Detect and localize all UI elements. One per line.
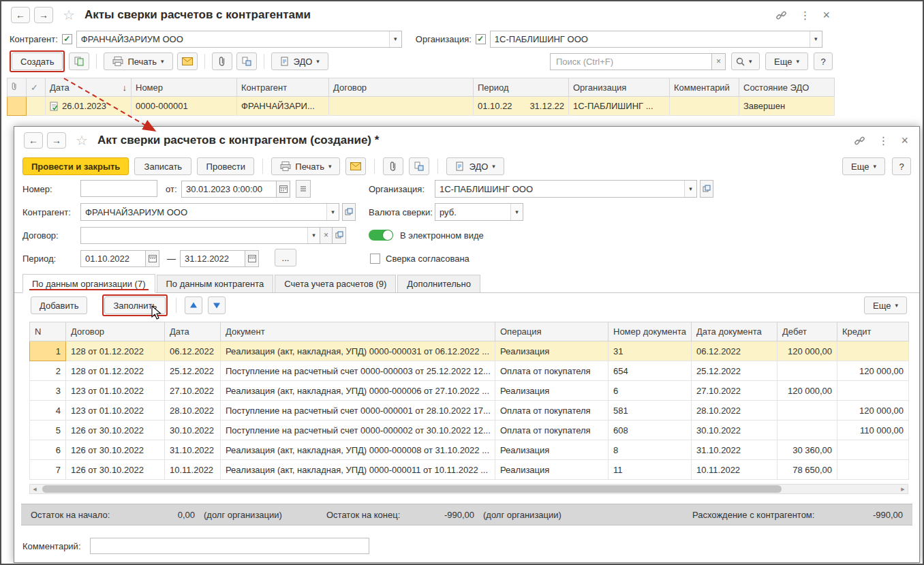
counterparty-filter-checkbox[interactable]: ✓ [62, 34, 72, 44]
grid-cell[interactable] [777, 361, 837, 381]
dropdown-button[interactable]: ▾ [326, 204, 339, 220]
column-header-counterparty[interactable]: Контрагент [237, 78, 329, 97]
open-organization-button[interactable] [700, 180, 713, 198]
grid-row[interactable]: 3 123 от 01.10.2022 27.10.2022 Реализаци… [30, 381, 909, 401]
grid-cell[interactable]: 5 [30, 421, 66, 440]
list-cell[interactable]: 1С-ПАБЛИШИНГ ... [569, 97, 670, 116]
list-cell[interactable] [27, 97, 46, 116]
tab-org-data[interactable]: По данным организации (7) [22, 274, 155, 293]
calendar-button[interactable] [277, 181, 290, 198]
grid-cell[interactable]: Реализация (акт, накладная, УПД) 0000-00… [221, 460, 495, 480]
favorite-star-icon[interactable]: ☆ [63, 8, 75, 22]
column-header-doc-number[interactable]: Номер документа [609, 322, 692, 341]
grid-cell[interactable]: 28.10.2022 [165, 401, 221, 421]
tab-counterparty-data[interactable]: По данным контрагента [157, 275, 274, 292]
attach-button[interactable] [212, 52, 232, 70]
column-header-doc-date[interactable]: Дата документа [692, 322, 777, 341]
grid-cell[interactable]: Оплата от покупателя [495, 401, 609, 421]
fill-button[interactable]: Заполнить [104, 296, 166, 314]
grid-cell[interactable]: 581 [609, 401, 692, 421]
grid-cell[interactable]: 126 от 30.10.2022 [66, 440, 165, 460]
copy-button[interactable] [69, 52, 89, 70]
back-button[interactable]: ← [24, 132, 43, 149]
close-icon[interactable]: × [901, 134, 908, 148]
open-contract-button[interactable] [333, 227, 346, 244]
email-button[interactable] [345, 157, 366, 175]
comment-input[interactable] [90, 538, 369, 554]
column-header-organization[interactable]: Организация [569, 78, 670, 97]
grid-more-button[interactable]: Еще ▾ [864, 296, 907, 314]
move-down-button[interactable] [208, 296, 226, 314]
grid-cell[interactable]: 6 [609, 381, 692, 401]
grid-cell[interactable]: 25.12.2022 [692, 361, 777, 381]
grid-cell[interactable]: Реализация [495, 381, 609, 401]
list-cell[interactable]: ФРАНЧАЙЗАРИ... [237, 97, 329, 116]
edo-button[interactable]: ЭДО ▾ [446, 157, 504, 175]
back-button[interactable]: ← [11, 7, 30, 23]
grid-cell[interactable]: 128 от 01.12.2022 [66, 341, 165, 361]
open-counterparty-button[interactable] [342, 203, 356, 221]
link-icon[interactable] [854, 135, 865, 147]
grid-cell[interactable]: 31.10.2022 [692, 440, 777, 460]
calendar-button[interactable] [245, 250, 259, 267]
organization-combo[interactable]: 1С-ПАБЛИШИНГ ООО ▾ [435, 180, 697, 198]
print-button[interactable]: Печать ▾ [271, 157, 340, 175]
column-header-date[interactable]: Дата [165, 322, 221, 341]
grid-cell[interactable]: Поступление на расчетный счет 0000-00000… [221, 401, 495, 421]
organization-filter-checkbox[interactable]: ✓ [476, 34, 486, 44]
attachment-column-header[interactable] [7, 78, 27, 97]
grid-cell[interactable]: 31.10.2022 [165, 440, 221, 460]
grid-cell[interactable]: Реализация (акт, накладная, УПД) 0000-00… [221, 341, 495, 361]
electronic-toggle[interactable] [369, 230, 393, 241]
horizontal-scrollbar[interactable]: ◀ ▶ [29, 484, 908, 494]
period-picker-button[interactable]: ... [275, 249, 296, 266]
grid-cell[interactable]: 25.12.2022 [165, 361, 221, 381]
contract-combo[interactable]: ▾ [80, 227, 320, 244]
grid-cell[interactable]: 6 [30, 440, 66, 460]
grid-cell[interactable]: 2 [30, 361, 66, 381]
grid-cell[interactable]: 10.11.2022 [692, 460, 777, 480]
grid-row[interactable]: 7 126 от 30.10.2022 10.11.2022 Реализаци… [30, 460, 909, 480]
calendar-button[interactable] [146, 250, 159, 267]
search-input[interactable] [550, 53, 712, 70]
help-button[interactable]: ? [892, 157, 911, 175]
column-header-n[interactable]: N [30, 322, 66, 341]
grid-cell[interactable]: 27.10.2022 [692, 381, 777, 401]
grid-cell[interactable] [777, 401, 837, 421]
period-from-input[interactable]: 01.10.2022 [80, 250, 146, 267]
forward-button[interactable]: → [34, 7, 53, 23]
search-button[interactable]: ▾ [731, 52, 760, 70]
column-header-date[interactable]: Дата↓ [46, 78, 132, 97]
grid-cell[interactable]: 06.12.2022 [692, 341, 777, 361]
print-button[interactable]: Печать ▾ [104, 52, 172, 70]
grid-row[interactable]: 2 128 от 01.12.2022 25.12.2022 Поступлен… [30, 361, 909, 381]
grid-row[interactable]: 6 126 от 30.10.2022 31.10.2022 Реализаци… [30, 440, 909, 460]
forward-button[interactable]: → [47, 132, 66, 149]
grid-cell[interactable]: 27.10.2022 [165, 381, 221, 401]
grid-cell[interactable] [837, 460, 909, 480]
column-header-operation[interactable]: Операция [495, 322, 609, 341]
move-up-button[interactable] [185, 296, 202, 314]
grid-cell[interactable]: Поступление на расчетный счет 0000-00000… [221, 421, 495, 440]
grid-cell[interactable]: 4 [30, 401, 66, 421]
list-cell[interactable] [670, 97, 739, 116]
number-input[interactable] [80, 180, 157, 197]
grid-cell[interactable]: 120 000,00 [837, 401, 909, 421]
grid-cell[interactable]: Оплата от покупателя [495, 421, 609, 440]
grid-cell[interactable]: Поступление на расчетный счет 0000-00000… [221, 361, 495, 381]
save-button[interactable]: Записать [134, 157, 191, 175]
grid-cell[interactable]: 10.11.2022 [165, 460, 221, 480]
attach-button[interactable] [383, 157, 403, 175]
column-header-contract[interactable]: Договор [66, 322, 165, 341]
grid-cell[interactable]: 30 360,00 [777, 440, 837, 460]
date-menu-button[interactable] [296, 180, 311, 198]
dropdown-button[interactable]: ▾ [389, 31, 401, 47]
favorite-star-icon[interactable]: ☆ [76, 134, 88, 147]
grid-cell[interactable]: 654 [609, 361, 692, 381]
column-header-document[interactable]: Документ [221, 322, 495, 341]
dropdown-button[interactable]: ▾ [810, 31, 822, 47]
grid-cell[interactable]: 30.10.2022 [165, 421, 221, 440]
grid-cell[interactable] [837, 381, 909, 401]
grid-cell[interactable]: Реализация (акт, накладная, УПД) 0000-00… [221, 440, 495, 460]
counterparty-filter-combo[interactable]: ФРАНЧАЙЗАРИУМ ООО ▾ [76, 31, 402, 48]
